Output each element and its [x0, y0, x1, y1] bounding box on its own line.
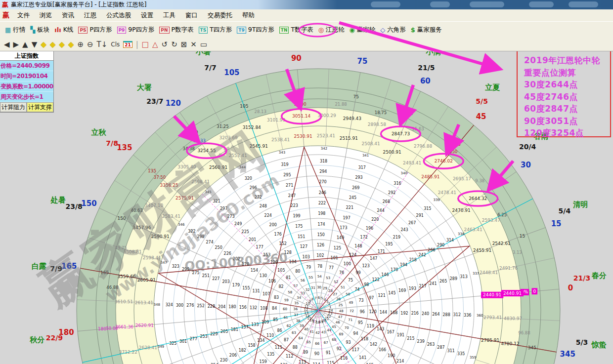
- degree-ring-label: 60: [407, 111, 413, 116]
- menu-item-tools[interactable]: 工具: [158, 10, 180, 20]
- tool-pan-right[interactable]: ◆: [50, 39, 56, 50]
- tool-pan-up[interactable]: ◆: [59, 39, 65, 50]
- spiral-number: 297: [220, 206, 227, 211]
- menu-item-window[interactable]: 窗口: [180, 10, 203, 20]
- toolbar-button-p-square[interactable]: PSP四方形: [76, 24, 114, 36]
- price-level-outer: 3508.81: [124, 249, 142, 254]
- price-level-inner: 2493.41: [403, 161, 421, 165]
- tool-pan-left[interactable]: ◆: [41, 39, 46, 50]
- degree-ring-label: 15: [520, 234, 525, 239]
- spiral-number: 290: [437, 243, 444, 247]
- tool-nav-left[interactable]: ◀: [4, 39, 10, 50]
- spiral-number: 318: [320, 159, 327, 163]
- tool-rect-tool[interactable]: □: [142, 39, 149, 50]
- percent-ring-label: 37.50: [154, 175, 166, 180]
- outer-degree-label: 90: [291, 54, 302, 63]
- menu-item-help[interactable]: 帮助: [237, 10, 260, 20]
- spiral-number: 84: [272, 306, 277, 311]
- tool-sep1: |: [136, 39, 138, 50]
- spiral-number: 121: [378, 293, 385, 298]
- spiral-number: 266: [428, 248, 435, 252]
- blurred-area: [430, 1, 450, 7]
- solar-term-date: 5/4: [559, 207, 571, 215]
- spiral-number: 27: [333, 292, 337, 296]
- spiral-number: 58: [288, 290, 292, 294]
- toolbar-button-gann-wheel[interactable]: ◎江恩轮: [316, 24, 347, 36]
- tool-nav-down[interactable]: ▼: [32, 39, 38, 50]
- hexagon-icon: ◇: [380, 26, 385, 34]
- annotation-line: 90度3051点: [524, 115, 610, 127]
- annotation-line: 2019年江恩轮中轮: [524, 54, 610, 67]
- spiral-number: 249: [234, 222, 242, 226]
- spiral-number: 195: [385, 242, 393, 246]
- solar-term-label: 秋分: [29, 335, 44, 344]
- price-level-outer: 3712.22: [119, 350, 137, 355]
- panel-row: 变换系数=1.00000: [0, 81, 53, 92]
- menu-item-settings[interactable]: 设置: [136, 10, 158, 20]
- toolbar-button-winner-wheel[interactable]: ◉赢家轮: [347, 24, 378, 36]
- calc-resistance-button[interactable]: 计算阻力: [0, 102, 27, 112]
- spiral-number: 24: [329, 309, 333, 313]
- spiral-number: 252: [197, 304, 205, 308]
- spiral-number: 89: [303, 350, 308, 355]
- toolbar-button-9p-square[interactable]: P99P四方形: [115, 24, 157, 36]
- menu-item-news[interactable]: 资讯: [57, 10, 79, 20]
- spiral-number: 198: [318, 211, 325, 216]
- percent-ring-label: 28.13: [255, 109, 266, 114]
- spiral-number: 146: [381, 273, 389, 277]
- price-level-outer: 3559.66: [117, 274, 135, 279]
- toolbar-button-sectors[interactable]: ▚板块: [28, 24, 52, 36]
- degree-ring-label: 150: [118, 216, 126, 221]
- tool-triangle-tool[interactable]: △: [152, 39, 158, 50]
- spiral-number: 129: [270, 260, 278, 265]
- spiral-number: 265: [439, 279, 447, 283]
- tool-nav-right[interactable]: ▶: [13, 39, 19, 50]
- toolbar-button-9t-square[interactable]: T99T四方形: [234, 24, 277, 36]
- tool-zoom-out[interactable]: ⊖: [87, 39, 93, 50]
- spiral-number: 54: [317, 275, 322, 279]
- toolbar-button-t-square[interactable]: TST四方形: [196, 24, 235, 36]
- spiral-number: 190: [388, 354, 395, 358]
- price-level-outer: 3661.36: [115, 324, 133, 329]
- tool-cls[interactable]: Cls: [111, 39, 120, 50]
- toolbar-button-t-number-table[interactable]: TNT数字表: [277, 24, 316, 36]
- spiral-number: 117: [352, 348, 359, 352]
- spiral-number: 287: [437, 345, 444, 350]
- calc-support-button[interactable]: 计算支撑: [27, 102, 53, 112]
- app-window: { "window": {"title": "赢家江恩专业版[赢家服务平台] -…: [0, 0, 613, 364]
- tool-calendar[interactable]: 21: [123, 41, 132, 48]
- toolbar-button-p-number-table[interactable]: PNP数字表: [157, 24, 196, 36]
- tool-rotate-cw[interactable]: ↻: [171, 39, 177, 50]
- menu-item-formula-stock-pick[interactable]: 公式选股: [101, 10, 136, 20]
- tool-zoom-in[interactable]: ⊕: [77, 39, 84, 50]
- solar-term-date: 20/4: [519, 143, 536, 151]
- spiral-number: 92: [337, 347, 342, 351]
- spiral-number: 291: [416, 213, 424, 218]
- tool-rotate-ccw[interactable]: ↺: [162, 39, 168, 50]
- spiral-number: 141: [359, 356, 366, 360]
- tool-cross-tool[interactable]: ✕: [190, 39, 197, 50]
- toolbar-button-hexagon[interactable]: ◇六角形: [378, 24, 408, 36]
- tool-nav-up[interactable]: ▲: [22, 39, 28, 50]
- spiral-number: 225: [242, 230, 249, 234]
- spiral-number: 133: [251, 323, 259, 327]
- spiral-number: 223: [291, 203, 298, 208]
- spiral-number: 33: [301, 291, 305, 295]
- tool-t-down[interactable]: T↓: [97, 39, 108, 50]
- tool-expand-tool[interactable]: ⊠: [181, 39, 187, 50]
- toolbar-button-quotes[interactable]: ▦行情: [2, 24, 28, 36]
- spiral-number: 168: [390, 311, 397, 315]
- menu-item-trade[interactable]: 交易委托: [203, 10, 237, 20]
- toolbar-button-kline[interactable]: ılıK线: [52, 24, 76, 36]
- tool-pan-down[interactable]: ◆: [68, 39, 74, 50]
- tool-screen-tool[interactable]: ▭: [200, 39, 207, 50]
- percent-ring-label: 33.33: [193, 138, 205, 143]
- spiral-number: 6: [318, 296, 320, 300]
- spiral-number: 273: [227, 214, 235, 219]
- menu-item-browse[interactable]: 浏览: [35, 10, 57, 20]
- menu-item-file[interactable]: 文件: [12, 10, 35, 20]
- menu-item-gann[interactable]: 江恩: [79, 10, 101, 20]
- spiral-number: 39: [300, 324, 304, 328]
- toolbar-button-winner-service[interactable]: $赢家服务: [408, 24, 444, 36]
- spiral-number: 151: [298, 235, 305, 239]
